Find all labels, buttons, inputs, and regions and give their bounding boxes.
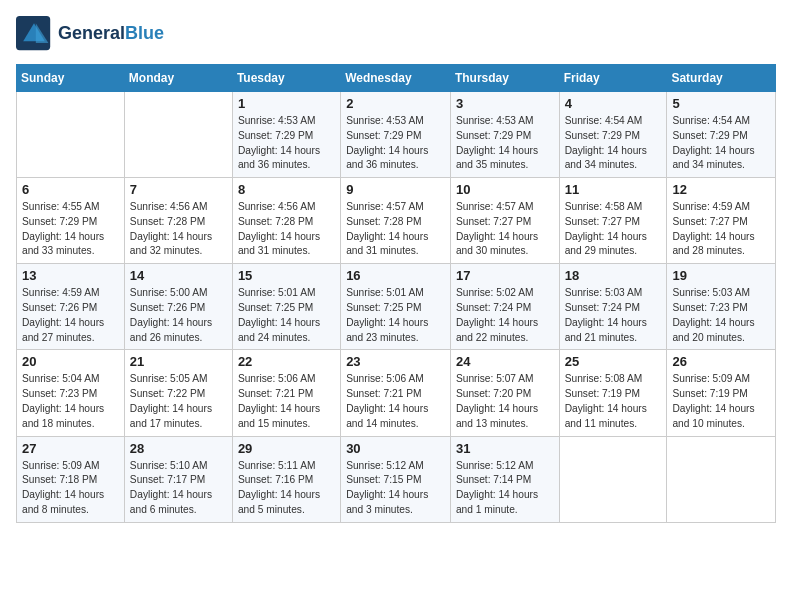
calendar-cell	[559, 436, 667, 522]
weekday-header: Wednesday	[341, 65, 451, 92]
calendar-table: SundayMondayTuesdayWednesdayThursdayFrid…	[16, 64, 776, 523]
calendar-cell: 4Sunrise: 4:54 AM Sunset: 7:29 PM Daylig…	[559, 92, 667, 178]
calendar-cell: 12Sunrise: 4:59 AM Sunset: 7:27 PM Dayli…	[667, 178, 776, 264]
calendar-cell: 1Sunrise: 4:53 AM Sunset: 7:29 PM Daylig…	[232, 92, 340, 178]
cell-info: Sunrise: 5:01 AM Sunset: 7:25 PM Dayligh…	[346, 286, 445, 345]
day-number: 2	[346, 96, 445, 111]
weekday-header: Monday	[124, 65, 232, 92]
calendar-cell: 18Sunrise: 5:03 AM Sunset: 7:24 PM Dayli…	[559, 264, 667, 350]
day-number: 3	[456, 96, 554, 111]
calendar-cell: 25Sunrise: 5:08 AM Sunset: 7:19 PM Dayli…	[559, 350, 667, 436]
weekday-header: Tuesday	[232, 65, 340, 92]
cell-info: Sunrise: 4:54 AM Sunset: 7:29 PM Dayligh…	[565, 114, 662, 173]
cell-info: Sunrise: 4:53 AM Sunset: 7:29 PM Dayligh…	[456, 114, 554, 173]
weekday-header-row: SundayMondayTuesdayWednesdayThursdayFrid…	[17, 65, 776, 92]
calendar-week-row: 6Sunrise: 4:55 AM Sunset: 7:29 PM Daylig…	[17, 178, 776, 264]
calendar-cell: 17Sunrise: 5:02 AM Sunset: 7:24 PM Dayli…	[450, 264, 559, 350]
weekday-header: Saturday	[667, 65, 776, 92]
calendar-cell: 8Sunrise: 4:56 AM Sunset: 7:28 PM Daylig…	[232, 178, 340, 264]
calendar-cell: 11Sunrise: 4:58 AM Sunset: 7:27 PM Dayli…	[559, 178, 667, 264]
day-number: 16	[346, 268, 445, 283]
day-number: 1	[238, 96, 335, 111]
cell-info: Sunrise: 4:53 AM Sunset: 7:29 PM Dayligh…	[346, 114, 445, 173]
calendar-cell: 14Sunrise: 5:00 AM Sunset: 7:26 PM Dayli…	[124, 264, 232, 350]
cell-info: Sunrise: 4:56 AM Sunset: 7:28 PM Dayligh…	[130, 200, 227, 259]
cell-info: Sunrise: 5:08 AM Sunset: 7:19 PM Dayligh…	[565, 372, 662, 431]
cell-info: Sunrise: 5:07 AM Sunset: 7:20 PM Dayligh…	[456, 372, 554, 431]
cell-info: Sunrise: 5:00 AM Sunset: 7:26 PM Dayligh…	[130, 286, 227, 345]
day-number: 12	[672, 182, 770, 197]
cell-info: Sunrise: 5:06 AM Sunset: 7:21 PM Dayligh…	[238, 372, 335, 431]
logo-icon	[16, 16, 52, 52]
calendar-cell: 21Sunrise: 5:05 AM Sunset: 7:22 PM Dayli…	[124, 350, 232, 436]
cell-info: Sunrise: 4:58 AM Sunset: 7:27 PM Dayligh…	[565, 200, 662, 259]
day-number: 19	[672, 268, 770, 283]
day-number: 18	[565, 268, 662, 283]
day-number: 13	[22, 268, 119, 283]
calendar-cell: 22Sunrise: 5:06 AM Sunset: 7:21 PM Dayli…	[232, 350, 340, 436]
day-number: 5	[672, 96, 770, 111]
cell-info: Sunrise: 5:12 AM Sunset: 7:14 PM Dayligh…	[456, 459, 554, 518]
day-number: 9	[346, 182, 445, 197]
weekday-header: Thursday	[450, 65, 559, 92]
calendar-week-row: 20Sunrise: 5:04 AM Sunset: 7:23 PM Dayli…	[17, 350, 776, 436]
day-number: 22	[238, 354, 335, 369]
weekday-header: Friday	[559, 65, 667, 92]
calendar-cell: 26Sunrise: 5:09 AM Sunset: 7:19 PM Dayli…	[667, 350, 776, 436]
day-number: 15	[238, 268, 335, 283]
calendar-cell: 24Sunrise: 5:07 AM Sunset: 7:20 PM Dayli…	[450, 350, 559, 436]
calendar-cell: 30Sunrise: 5:12 AM Sunset: 7:15 PM Dayli…	[341, 436, 451, 522]
calendar-cell: 2Sunrise: 4:53 AM Sunset: 7:29 PM Daylig…	[341, 92, 451, 178]
cell-info: Sunrise: 4:55 AM Sunset: 7:29 PM Dayligh…	[22, 200, 119, 259]
day-number: 27	[22, 441, 119, 456]
day-number: 8	[238, 182, 335, 197]
weekday-header: Sunday	[17, 65, 125, 92]
day-number: 7	[130, 182, 227, 197]
calendar-cell: 31Sunrise: 5:12 AM Sunset: 7:14 PM Dayli…	[450, 436, 559, 522]
calendar-cell: 19Sunrise: 5:03 AM Sunset: 7:23 PM Dayli…	[667, 264, 776, 350]
calendar-cell: 6Sunrise: 4:55 AM Sunset: 7:29 PM Daylig…	[17, 178, 125, 264]
day-number: 10	[456, 182, 554, 197]
calendar-cell: 29Sunrise: 5:11 AM Sunset: 7:16 PM Dayli…	[232, 436, 340, 522]
calendar-cell: 13Sunrise: 4:59 AM Sunset: 7:26 PM Dayli…	[17, 264, 125, 350]
cell-info: Sunrise: 4:59 AM Sunset: 7:27 PM Dayligh…	[672, 200, 770, 259]
day-number: 14	[130, 268, 227, 283]
calendar-cell: 20Sunrise: 5:04 AM Sunset: 7:23 PM Dayli…	[17, 350, 125, 436]
cell-info: Sunrise: 5:09 AM Sunset: 7:18 PM Dayligh…	[22, 459, 119, 518]
cell-info: Sunrise: 5:04 AM Sunset: 7:23 PM Dayligh…	[22, 372, 119, 431]
day-number: 11	[565, 182, 662, 197]
calendar-week-row: 13Sunrise: 4:59 AM Sunset: 7:26 PM Dayli…	[17, 264, 776, 350]
logo-text: GeneralBlue	[58, 24, 164, 44]
cell-info: Sunrise: 5:03 AM Sunset: 7:23 PM Dayligh…	[672, 286, 770, 345]
cell-info: Sunrise: 5:12 AM Sunset: 7:15 PM Dayligh…	[346, 459, 445, 518]
logo: GeneralBlue	[16, 16, 164, 52]
calendar-cell: 9Sunrise: 4:57 AM Sunset: 7:28 PM Daylig…	[341, 178, 451, 264]
day-number: 20	[22, 354, 119, 369]
calendar-week-row: 27Sunrise: 5:09 AM Sunset: 7:18 PM Dayli…	[17, 436, 776, 522]
cell-info: Sunrise: 4:54 AM Sunset: 7:29 PM Dayligh…	[672, 114, 770, 173]
calendar-cell: 3Sunrise: 4:53 AM Sunset: 7:29 PM Daylig…	[450, 92, 559, 178]
calendar-cell: 27Sunrise: 5:09 AM Sunset: 7:18 PM Dayli…	[17, 436, 125, 522]
day-number: 28	[130, 441, 227, 456]
cell-info: Sunrise: 5:09 AM Sunset: 7:19 PM Dayligh…	[672, 372, 770, 431]
calendar-cell: 10Sunrise: 4:57 AM Sunset: 7:27 PM Dayli…	[450, 178, 559, 264]
calendar-cell: 28Sunrise: 5:10 AM Sunset: 7:17 PM Dayli…	[124, 436, 232, 522]
cell-info: Sunrise: 4:53 AM Sunset: 7:29 PM Dayligh…	[238, 114, 335, 173]
cell-info: Sunrise: 5:10 AM Sunset: 7:17 PM Dayligh…	[130, 459, 227, 518]
cell-info: Sunrise: 5:02 AM Sunset: 7:24 PM Dayligh…	[456, 286, 554, 345]
calendar-cell: 7Sunrise: 4:56 AM Sunset: 7:28 PM Daylig…	[124, 178, 232, 264]
page-header: GeneralBlue	[16, 16, 776, 52]
day-number: 26	[672, 354, 770, 369]
calendar-cell: 16Sunrise: 5:01 AM Sunset: 7:25 PM Dayli…	[341, 264, 451, 350]
day-number: 17	[456, 268, 554, 283]
cell-info: Sunrise: 4:59 AM Sunset: 7:26 PM Dayligh…	[22, 286, 119, 345]
calendar-week-row: 1Sunrise: 4:53 AM Sunset: 7:29 PM Daylig…	[17, 92, 776, 178]
calendar-cell	[17, 92, 125, 178]
calendar-cell	[667, 436, 776, 522]
calendar-cell: 15Sunrise: 5:01 AM Sunset: 7:25 PM Dayli…	[232, 264, 340, 350]
cell-info: Sunrise: 4:56 AM Sunset: 7:28 PM Dayligh…	[238, 200, 335, 259]
day-number: 23	[346, 354, 445, 369]
day-number: 29	[238, 441, 335, 456]
cell-info: Sunrise: 5:01 AM Sunset: 7:25 PM Dayligh…	[238, 286, 335, 345]
cell-info: Sunrise: 5:03 AM Sunset: 7:24 PM Dayligh…	[565, 286, 662, 345]
